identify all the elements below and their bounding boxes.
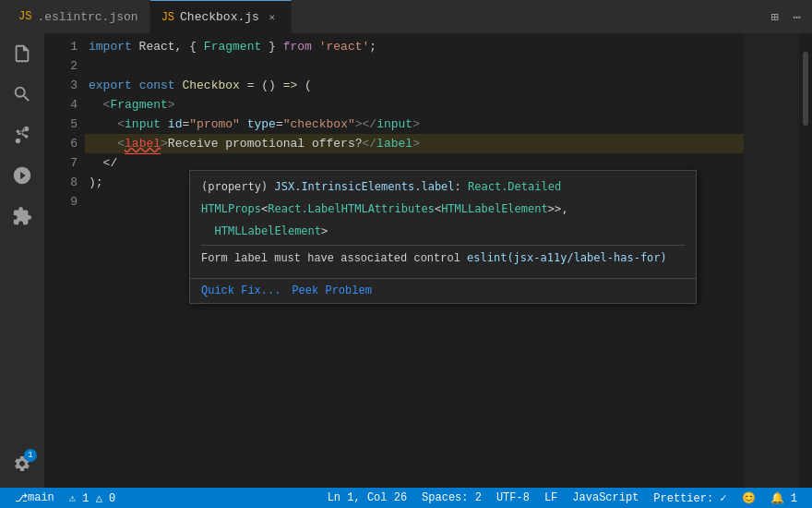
tab-checkbox-label: Checkbox.js [180,10,259,24]
tab-eslintrc-label: .eslintrc.json [37,10,137,24]
tab-eslintrc-icon: JS [18,10,31,23]
activity-debug[interactable] [6,159,39,192]
hover-eslint-message: Form label must have associated control … [201,249,685,267]
emoji-label: 😊 [742,491,756,505]
hover-eslint-code: eslint(jsx-a11y/label-has-for) [467,251,667,264]
hover-type-react: React.Detailed [468,180,561,193]
hover-type-text: (property) [201,180,274,193]
hover-bracket-3: >>, [548,202,568,215]
language-label: JavaScript [572,491,639,504]
status-language[interactable]: JavaScript [565,491,646,504]
status-line-col[interactable]: Ln 1, Col 26 [320,491,414,504]
tab-checkbox-icon: JS [161,11,174,24]
code-line-1: import React, { Fragment } from 'react'; [85,37,744,56]
status-errors[interactable]: ⚠ 1 △ 0 [62,488,123,508]
peek-problem-button[interactable]: Peek Problem [292,284,371,297]
activity-extensions[interactable] [6,200,39,233]
hover-colon: : [455,180,468,193]
code-line-2 [85,56,744,76]
prettier-label: Prettier: ✓ [653,491,726,505]
status-eol[interactable]: LF [537,491,565,504]
spaces-label: Spaces: 2 [422,491,482,504]
hover-html-label-2: HTMLLabelElement [214,224,321,237]
status-notifications[interactable]: 🔔 1 [763,491,805,505]
hover-popup: (property) JSX.IntrinsicElements.label: … [189,170,697,304]
encoding-label: UTF-8 [496,491,530,504]
status-git-branch[interactable]: ⎇ main [7,488,62,508]
split-editor-icon[interactable]: ⊞ [767,7,782,27]
hover-divider [201,245,685,246]
status-encoding[interactable]: UTF-8 [489,491,537,504]
hover-type-signature-3: HTMLLabelElement> [201,223,685,239]
code-line-5: <input id="promo" type="checkbox"></inpu… [85,115,744,134]
minimap [744,33,799,488]
settings-badge: 1 [24,449,37,462]
status-emoji[interactable]: 😊 [734,491,763,505]
hover-react-label: React.LabelHTMLAttributes [268,202,435,215]
hover-bracket-4: > [321,224,328,237]
hover-popup-actions: Quick Fix... Peek Problem [190,278,696,303]
more-actions-icon[interactable]: ⋯ [790,7,805,27]
code-line-4: <Fragment> [85,95,744,115]
status-bar: ⎇ main ⚠ 1 △ 0 Ln 1, Col 26 Spaces: 2 UT… [0,488,812,508]
activity-files[interactable] [6,37,39,70]
scrollbar-thumb [803,52,808,126]
title-bar: JS .eslintrc.json JS Checkbox.js ✕ ⊞ ⋯ [0,0,812,33]
main-area: 1 1 2 3 4 5 6 7 8 9 import React, { F [0,33,812,488]
hover-prop-name: JSX.IntrinsicElements.label [274,180,454,193]
code-line-6: <label>Receive promotional offers?</labe… [85,134,744,153]
tab-list: JS .eslintrc.json JS Checkbox.js ✕ [7,0,292,33]
tab-checkbox[interactable]: JS Checkbox.js ✕ [150,0,292,33]
title-bar-actions: ⊞ ⋯ [767,7,805,27]
error-warning-label: ⚠ 1 △ 0 [69,491,115,505]
hover-eslint-text: Form label must have associated control [201,252,467,265]
hover-popup-content: (property) JSX.IntrinsicElements.label: … [190,171,696,278]
activity-source-control[interactable] [6,118,39,151]
git-branch-label: main [28,491,54,504]
activity-bottom: 1 [6,447,39,488]
line-numbers: 1 2 3 4 5 6 7 8 9 [44,33,85,488]
scrollbar[interactable] [799,33,812,488]
editor-area: 1 2 3 4 5 6 7 8 9 import React, { Fragme… [44,33,812,488]
hover-type-signature: (property) JSX.IntrinsicElements.label: … [201,178,685,195]
eol-label: LF [544,491,557,504]
activity-settings[interactable]: 1 [6,447,39,480]
git-branch-icon: ⎇ [15,491,28,505]
status-prettier[interactable]: Prettier: ✓ [646,491,734,505]
activity-bar: 1 [0,33,44,488]
hover-type-html: HTMLProps [201,202,261,215]
code-line-3: export const Checkbox = () => ( [85,76,744,95]
activity-search[interactable] [6,78,39,111]
hover-type-signature-2: HTMLProps<React.LabelHTMLAttributes<HTML… [201,200,685,217]
notifications-label: 🔔 1 [770,491,797,505]
hover-html-label: HTMLLabelElement [441,202,548,215]
quick-fix-button[interactable]: Quick Fix... [201,284,281,297]
status-spaces[interactable]: Spaces: 2 [414,491,489,504]
status-right-items: Ln 1, Col 26 Spaces: 2 UTF-8 LF JavaScri… [320,491,805,505]
tab-eslintrc[interactable]: JS .eslintrc.json [7,0,150,33]
tab-checkbox-close[interactable]: ✕ [265,10,280,25]
line-col-label: Ln 1, Col 26 [328,491,407,504]
